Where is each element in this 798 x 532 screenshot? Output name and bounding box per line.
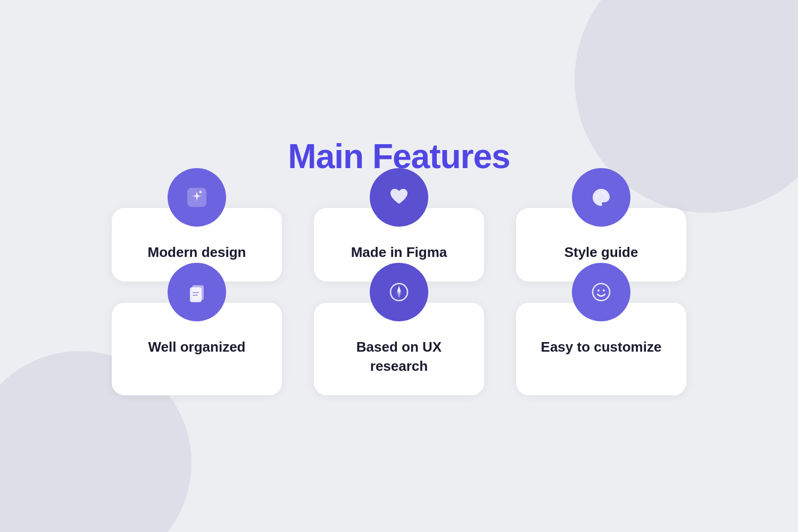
- svg-point-5: [605, 195, 608, 198]
- style-guide-icon-circle: [572, 168, 630, 227]
- feature-card-well-organized: Well organized: [112, 303, 282, 395]
- modern-design-icon-circle: [168, 168, 226, 227]
- svg-point-1: [200, 191, 202, 194]
- svg-point-15: [597, 289, 600, 292]
- palette-icon: [587, 184, 615, 211]
- ux-research-icon-circle: [370, 263, 428, 321]
- compass-icon: [385, 278, 413, 306]
- feature-card-ux-research: Based on UX research: [314, 303, 484, 395]
- style-guide-label: Style guide: [564, 243, 638, 262]
- smiley-icon: [587, 278, 615, 306]
- svg-point-16: [603, 289, 605, 292]
- svg-point-14: [593, 284, 610, 301]
- made-in-figma-label: Made in Figma: [351, 243, 447, 262]
- svg-point-2: [596, 195, 598, 198]
- easy-to-customize-label: Easy to customize: [541, 337, 662, 356]
- page-content: Main Features Modern design Mad: [0, 137, 798, 395]
- feature-card-easy-to-customize: Easy to customize: [516, 303, 686, 395]
- svg-point-3: [598, 192, 601, 195]
- heart-icon: [385, 184, 413, 211]
- documents-icon: [183, 278, 211, 306]
- svg-point-4: [602, 192, 605, 195]
- well-organized-label: Well organized: [148, 337, 246, 356]
- sparkle-icon: [183, 184, 211, 211]
- modern-design-label: Modern design: [148, 243, 246, 262]
- ux-research-label: Based on UX research: [330, 337, 468, 376]
- svg-point-13: [398, 291, 400, 293]
- easy-to-customize-icon-circle: [572, 263, 630, 321]
- made-in-figma-icon-circle: [370, 168, 428, 227]
- well-organized-icon-circle: [168, 263, 226, 321]
- features-grid: Modern design Made in Figma: [112, 208, 686, 395]
